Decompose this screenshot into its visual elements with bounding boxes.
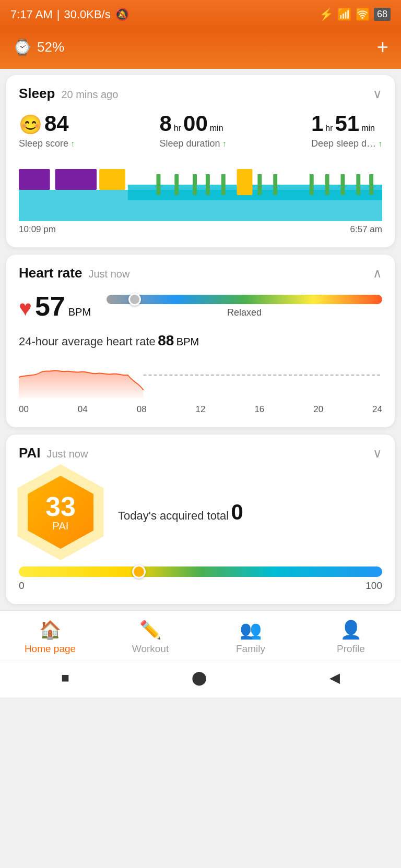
sleep-duration-mins: 00 bbox=[183, 111, 208, 136]
hr-gauge-bar bbox=[107, 295, 382, 304]
heart-rate-card: Heart rate Just now ∧ ♥ 57 BPM Relaxed 2… bbox=[6, 255, 395, 427]
hr-card-header: Heart rate Just now ∧ bbox=[19, 265, 382, 281]
pai-bar-container: 0 100 bbox=[19, 566, 382, 592]
sleep-emoji: 😊 bbox=[19, 114, 42, 136]
nav-item-home[interactable]: 🏠 Home page bbox=[0, 619, 100, 655]
wifi-icon: 🛜 bbox=[356, 8, 370, 21]
android-home-button[interactable]: ⬤ bbox=[192, 670, 207, 686]
sleep-score-arrow-icon: ↑ bbox=[70, 139, 75, 149]
hr-time-24: 24 bbox=[372, 404, 382, 415]
mute-icon: 🔕 bbox=[115, 8, 129, 21]
hr-main-row: ♥ 57 BPM Relaxed bbox=[19, 291, 382, 322]
bluetooth-icon: ⚡ bbox=[319, 8, 333, 21]
watch-battery: 52% bbox=[37, 39, 64, 55]
sleep-score-label: Sleep score ↑ bbox=[19, 138, 75, 149]
hr-time-20: 20 bbox=[313, 404, 323, 415]
nav-item-family[interactable]: 👥 Family bbox=[200, 619, 301, 655]
sleep-score-metric: 😊 84 Sleep score ↑ bbox=[19, 111, 75, 149]
svg-rect-7 bbox=[193, 174, 197, 195]
sleep-duration-hours: 8 bbox=[159, 111, 171, 136]
pai-title-row: PAI Just now bbox=[19, 445, 88, 461]
sleep-duration-metric: 8 hr 00 min Sleep duration ↑ bbox=[159, 111, 226, 149]
sleep-metrics: 😊 84 Sleep score ↑ 8 hr 00 min Sleep dur… bbox=[19, 111, 382, 149]
sleep-duration-label: Sleep duration ↑ bbox=[159, 138, 226, 149]
workout-label: Workout bbox=[132, 643, 169, 655]
deep-sleep-mins: 51 bbox=[335, 111, 360, 136]
sleep-chart bbox=[19, 159, 382, 221]
sleep-duration-arrow-icon: ↑ bbox=[222, 139, 227, 149]
svg-rect-1 bbox=[19, 169, 50, 190]
hr-time-00: 00 bbox=[19, 404, 29, 415]
network-speed: 30.0KB/s bbox=[64, 8, 110, 21]
sleep-score-main: 😊 84 bbox=[19, 111, 75, 136]
deep-sleep-main: 1 hr 51 min bbox=[311, 111, 382, 136]
android-back-button[interactable]: ◀ bbox=[329, 670, 340, 686]
svg-rect-5 bbox=[156, 174, 160, 195]
pai-card: PAI Just now ∨ 33 PAI Today's acquired t… bbox=[6, 435, 395, 604]
svg-rect-16 bbox=[356, 174, 360, 195]
battery-display: 68 bbox=[374, 8, 391, 21]
hr-chevron-up-icon[interactable]: ∧ bbox=[373, 266, 382, 281]
signal-icon: 📶 bbox=[337, 8, 351, 21]
hr-time-16: 16 bbox=[254, 404, 264, 415]
hr-value: 57 bbox=[35, 291, 65, 322]
pai-today-text: Today's acquired total 0 bbox=[118, 500, 382, 525]
deep-sleep-label: Deep sleep d… ↑ bbox=[311, 138, 382, 149]
pai-today-value: 0 bbox=[231, 500, 243, 524]
svg-rect-2 bbox=[55, 169, 97, 190]
pai-bar-indicator bbox=[132, 565, 146, 578]
android-square-button[interactable]: ■ bbox=[61, 670, 69, 686]
pai-title: PAI bbox=[19, 445, 40, 461]
svg-rect-10 bbox=[237, 169, 253, 195]
pai-bar-labels: 0 100 bbox=[19, 580, 382, 592]
svg-rect-15 bbox=[340, 174, 345, 195]
pai-time-ago: Just now bbox=[46, 448, 88, 460]
pai-card-header: PAI Just now ∨ bbox=[19, 445, 382, 461]
pai-main-row: 33 PAI Today's acquired total 0 bbox=[19, 471, 382, 554]
hr-gauge-indicator bbox=[128, 293, 141, 306]
hr-time-ago: Just now bbox=[88, 268, 129, 280]
add-button[interactable]: + bbox=[377, 36, 388, 58]
hr-avg-value: 88 bbox=[158, 332, 174, 348]
sleep-chevron-down-icon[interactable]: ∨ bbox=[373, 87, 382, 101]
hr-time-08: 08 bbox=[137, 404, 147, 415]
hr-chart-container bbox=[19, 356, 382, 398]
family-icon: 👥 bbox=[240, 619, 262, 640]
status-right: ⚡ 📶 🛜 68 bbox=[319, 8, 391, 21]
watch-icon: ⌚ bbox=[13, 38, 32, 56]
deep-sleep-arrow-icon: ↑ bbox=[378, 139, 382, 149]
hr-chart-svg bbox=[19, 356, 382, 398]
sleep-title-row: Sleep 20 mins ago bbox=[19, 86, 118, 102]
profile-label: Profile bbox=[337, 643, 365, 655]
status-left: 7:17 AM | 30.0KB/s 🔕 bbox=[10, 8, 129, 21]
sleep-duration-main: 8 hr 00 min bbox=[159, 111, 226, 136]
pai-bar-min: 0 bbox=[19, 580, 25, 592]
deep-sleep-hours: 1 bbox=[311, 111, 323, 136]
home-icon: 🏠 bbox=[39, 619, 61, 640]
speed-display: | bbox=[57, 8, 60, 21]
hr-title-row: Heart rate Just now bbox=[19, 265, 129, 281]
svg-rect-14 bbox=[325, 174, 329, 195]
hr-unit: BPM bbox=[68, 306, 91, 318]
sleep-time-ago: 20 mins ago bbox=[61, 89, 118, 101]
sleep-title: Sleep bbox=[19, 86, 55, 102]
pai-chevron-down-icon[interactable]: ∨ bbox=[373, 446, 382, 461]
hr-title: Heart rate bbox=[19, 265, 82, 281]
hr-avg-unit: BPM bbox=[176, 336, 199, 347]
time-display: 7:17 AM bbox=[10, 8, 53, 21]
sleep-end-time: 6:57 am bbox=[350, 224, 382, 235]
svg-rect-12 bbox=[273, 174, 277, 195]
pai-label: PAI bbox=[53, 520, 69, 532]
status-bar: 7:17 AM | 30.0KB/s 🔕 ⚡ 📶 🛜 68 bbox=[0, 0, 401, 29]
pai-value: 33 bbox=[45, 493, 76, 520]
nav-item-workout[interactable]: ✏️ Workout bbox=[100, 619, 200, 655]
home-label: Home page bbox=[25, 643, 76, 655]
sleep-times: 10:09 pm 6:57 am bbox=[19, 224, 382, 235]
hr-state-label: Relaxed bbox=[107, 307, 382, 318]
sleep-score-value: 84 bbox=[44, 111, 69, 136]
android-nav-bar: ■ ⬤ ◀ bbox=[0, 660, 401, 697]
hr-avg-label: 24-hour average heart rate bbox=[19, 335, 156, 348]
cards-container: Sleep 20 mins ago ∨ 😊 84 Sleep score ↑ bbox=[0, 69, 401, 610]
hr-gauge: Relaxed bbox=[107, 295, 382, 318]
nav-item-profile[interactable]: 👤 Profile bbox=[301, 619, 401, 655]
